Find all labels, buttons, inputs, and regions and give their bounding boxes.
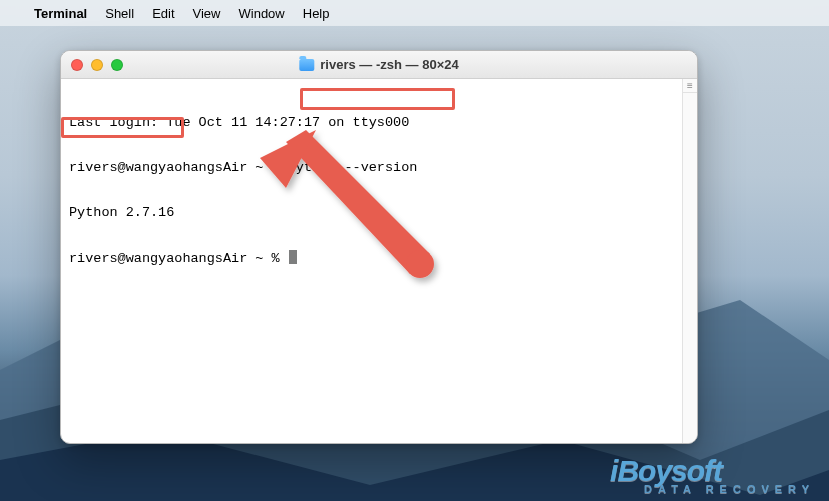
menubar-item-edit[interactable]: Edit: [152, 6, 174, 21]
menubar-item-help[interactable]: Help: [303, 6, 330, 21]
cursor-icon: [289, 250, 297, 264]
folder-icon: [299, 59, 314, 71]
scrollbar[interactable]: ≡: [682, 79, 697, 443]
terminal-line-output: Python 2.7.16: [69, 205, 689, 220]
menubar-item-view[interactable]: View: [193, 6, 221, 21]
window-titlebar[interactable]: rivers — -zsh — 80×24: [61, 51, 697, 79]
window-title: rivers — -zsh — 80×24: [299, 57, 458, 72]
window-title-text: rivers — -zsh — 80×24: [320, 57, 458, 72]
terminal-window: rivers — -zsh — 80×24 Last login: Tue Oc…: [60, 50, 698, 444]
terminal-line-prompt: rivers@wangyaohangsAir ~ %: [69, 250, 689, 266]
zoom-icon[interactable]: [111, 59, 123, 71]
terminal-output-area[interactable]: Last login: Tue Oct 11 14:27:17 on ttys0…: [61, 79, 697, 443]
watermark-logo: iBoysoft DATA RECOVERY: [610, 456, 815, 495]
watermark-tagline: DATA RECOVERY: [644, 484, 815, 495]
minimize-icon[interactable]: [91, 59, 103, 71]
terminal-line-command: rivers@wangyaohangsAir ~ % Python --vers…: [69, 160, 689, 175]
menubar-item-window[interactable]: Window: [239, 6, 285, 21]
terminal-line-lastlogin: Last login: Tue Oct 11 14:27:17 on ttys0…: [69, 115, 689, 130]
scroll-up-icon[interactable]: ≡: [683, 79, 697, 93]
traffic-lights: [71, 59, 123, 71]
menubar-appname[interactable]: Terminal: [34, 6, 87, 21]
macos-menubar: Terminal Shell Edit View Window Help: [0, 0, 829, 26]
close-icon[interactable]: [71, 59, 83, 71]
menubar-item-shell[interactable]: Shell: [105, 6, 134, 21]
